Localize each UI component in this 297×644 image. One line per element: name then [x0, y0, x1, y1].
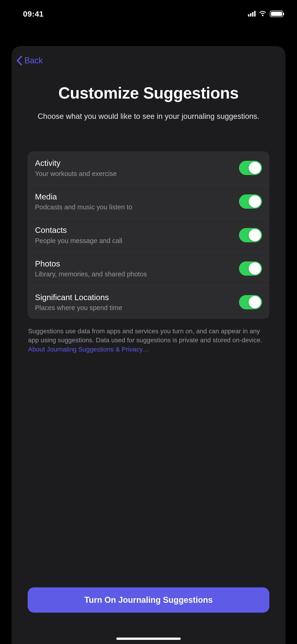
switch-knob [249, 229, 261, 242]
option-subtitle: Library, memories, and shared photos [35, 270, 234, 279]
turn-on-button[interactable]: Turn On Journaling Suggestions [28, 587, 269, 613]
option-title: Photos [35, 258, 234, 269]
option-title: Contacts [35, 225, 234, 236]
option-text: Significant Locations Places where you s… [35, 292, 239, 312]
switch-knob [249, 296, 261, 308]
battery-icon [270, 10, 283, 17]
status-time: 09:41 [23, 10, 44, 18]
sheet: Back Customize Suggestions Choose what y… [12, 46, 286, 644]
status-bar: 09:41 [0, 0, 297, 28]
switch-knob [249, 162, 261, 174]
toggle-media[interactable] [239, 194, 262, 209]
option-contacts: Contacts People you message and call [28, 218, 269, 252]
privacy-link[interactable]: About Journaling Suggestions & Privacy… [28, 346, 149, 353]
nav-bar: Back [12, 46, 286, 68]
footer-note: Suggestions use data from apps and servi… [28, 326, 269, 354]
option-text: Media Podcasts and music you listen to [35, 192, 239, 212]
toggle-significant-locations[interactable] [239, 295, 262, 309]
option-subtitle: Places where you spend time [35, 303, 234, 312]
content: Customize Suggestions Choose what you wo… [12, 68, 286, 644]
option-title: Activity [35, 158, 234, 168]
option-text: Photos Library, memories, and shared pho… [35, 258, 239, 279]
switch-knob [249, 195, 261, 208]
cellular-icon [248, 11, 256, 16]
option-photos: Photos Library, memories, and shared pho… [28, 252, 269, 286]
footer-text: Suggestions use data from apps and servi… [28, 328, 262, 344]
option-title: Significant Locations [35, 292, 234, 303]
option-subtitle: People you message and call [35, 236, 234, 245]
option-title: Media [35, 192, 234, 202]
option-subtitle: Your workouts and exercise [35, 169, 234, 178]
status-icons [248, 10, 283, 17]
option-subtitle: Podcasts and music you listen to [35, 203, 234, 212]
page-title: Customize Suggestions [28, 84, 269, 102]
wifi-icon [259, 10, 266, 17]
options-list: Activity Your workouts and exercise Medi… [28, 151, 269, 319]
toggle-contacts[interactable] [239, 228, 262, 242]
page-subtitle: Choose what you would like to see in you… [28, 111, 269, 122]
option-significant-locations: Significant Locations Places where you s… [28, 286, 269, 319]
option-text: Contacts People you message and call [35, 225, 239, 245]
option-media: Media Podcasts and music you listen to [28, 185, 269, 218]
back-label: Back [24, 56, 43, 66]
back-button[interactable]: Back [16, 56, 43, 66]
toggle-activity[interactable] [239, 161, 262, 175]
switch-knob [249, 262, 261, 275]
option-activity: Activity Your workouts and exercise [28, 151, 269, 185]
toggle-photos[interactable] [239, 262, 262, 276]
home-indicator[interactable] [116, 638, 181, 640]
chevron-left-icon [16, 56, 22, 66]
option-text: Activity Your workouts and exercise [35, 158, 239, 178]
